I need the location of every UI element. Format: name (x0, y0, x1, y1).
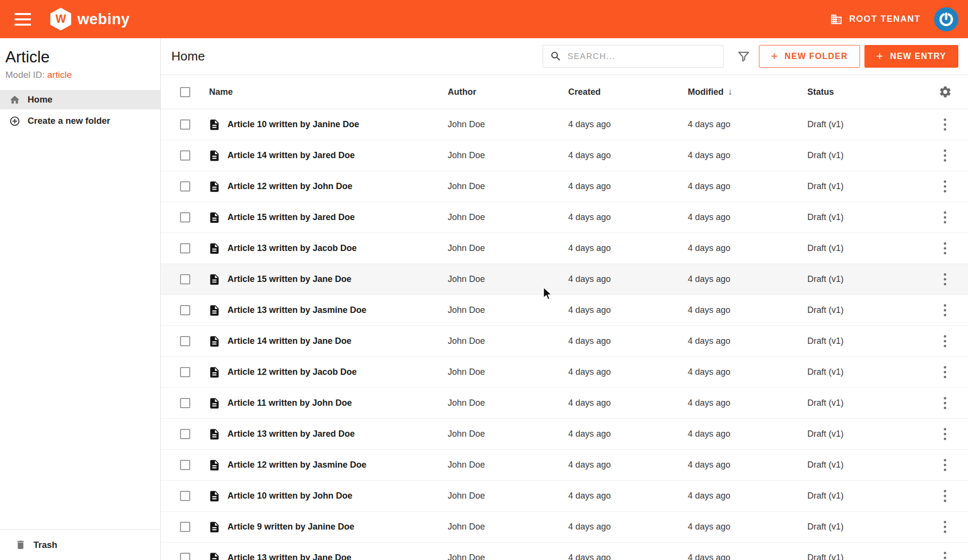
entry-status: Draft (v1) (807, 243, 922, 253)
table-row[interactable]: Article 14 written by Jane Doe John Doe … (161, 326, 968, 357)
row-checkbox[interactable] (180, 491, 190, 501)
entry-name: Article 9 written by Janine Doe (227, 522, 354, 532)
row-checkbox[interactable] (180, 305, 190, 315)
table-row[interactable]: Article 12 written by Jacob Doe John Doe… (161, 357, 968, 388)
tenant-selector[interactable]: ROOT TENANT (830, 13, 921, 26)
entry-modified: 4 days ago (688, 243, 807, 253)
entry-author: John Doe (448, 181, 568, 192)
entry-author: John Doe (448, 460, 568, 470)
row-menu-button[interactable] (941, 147, 949, 164)
new-entry-button[interactable]: + NEW ENTRY (864, 45, 958, 68)
model-id: Model ID: article (5, 70, 160, 80)
current-folder-title: Home (171, 49, 205, 64)
entry-created: 4 days ago (568, 274, 688, 284)
table-row[interactable]: Article 13 written by Jasmine Doe John D… (161, 295, 968, 326)
table-row[interactable]: Article 11 written by John Doe John Doe … (161, 388, 968, 419)
row-menu-button[interactable] (941, 239, 949, 257)
search-input[interactable] (568, 52, 716, 61)
row-checkbox[interactable] (180, 212, 190, 222)
sidebar-item-trash[interactable]: Trash (0, 529, 160, 560)
content-area: Home + NEW FOLDER + NEW ENTRY Name A (161, 38, 968, 560)
entry-created: 4 days ago (568, 119, 688, 130)
table-row[interactable]: Article 12 written by Jasmine Doe John D… (161, 450, 968, 481)
row-menu-button[interactable] (941, 177, 949, 195)
row-menu-button[interactable] (941, 116, 949, 133)
table-row[interactable]: Article 12 written by John Doe John Doe … (161, 171, 968, 202)
sort-desc-icon: ↓ (728, 87, 733, 97)
row-menu-button[interactable] (941, 270, 949, 288)
entry-modified: 4 days ago (688, 367, 807, 377)
entry-author: John Doe (448, 429, 568, 439)
hamburger-menu-icon[interactable] (15, 13, 31, 26)
row-checkbox[interactable] (180, 460, 190, 470)
entry-created: 4 days ago (568, 336, 688, 346)
entry-status: Draft (v1) (807, 460, 922, 470)
column-header-name[interactable]: Name (203, 87, 448, 97)
row-checkbox[interactable] (180, 398, 190, 408)
sidebar-item-create-folder[interactable]: Create a new folder (0, 111, 160, 131)
new-folder-button[interactable]: + NEW FOLDER (759, 45, 860, 68)
table-row[interactable]: Article 14 written by Jared Doe John Doe… (161, 140, 968, 171)
filter-icon[interactable] (737, 50, 750, 63)
row-menu-button[interactable] (941, 208, 949, 226)
row-checkbox[interactable] (180, 553, 190, 560)
row-menu-button[interactable] (941, 549, 949, 560)
column-header-status[interactable]: Status (807, 87, 922, 97)
entry-status: Draft (v1) (807, 491, 922, 501)
document-icon (208, 397, 221, 410)
plus-icon: + (771, 50, 778, 62)
row-menu-button[interactable] (941, 425, 949, 443)
column-header-modified[interactable]: Modified ↓ (688, 87, 807, 97)
row-menu-button[interactable] (941, 487, 949, 505)
table-row[interactable]: Article 13 written by Jane Doe John Doe … (161, 543, 968, 560)
row-checkbox[interactable] (180, 429, 190, 439)
table-row[interactable]: Article 15 written by Jared Doe John Doe… (161, 202, 968, 233)
entry-created: 4 days ago (568, 181, 688, 192)
row-menu-button[interactable] (941, 456, 949, 474)
entry-status: Draft (v1) (807, 336, 922, 346)
row-checkbox[interactable] (180, 336, 190, 346)
select-all-checkbox[interactable] (180, 87, 190, 97)
row-checkbox[interactable] (180, 522, 190, 532)
row-checkbox[interactable] (180, 181, 190, 192)
sidebar-item-home[interactable]: Home (0, 90, 160, 109)
row-menu-button[interactable] (941, 363, 949, 381)
row-checkbox[interactable] (180, 150, 190, 161)
entry-status: Draft (v1) (807, 181, 922, 192)
table-row[interactable]: Article 9 written by Janine Doe John Doe… (161, 512, 968, 543)
row-checkbox[interactable] (180, 367, 190, 377)
row-menu-button[interactable] (941, 394, 949, 412)
table-row[interactable]: Article 15 written by Jane Doe John Doe … (161, 264, 968, 295)
entry-name: Article 13 written by Jane Doe (227, 553, 351, 560)
entry-created: 4 days ago (568, 243, 688, 253)
document-icon (208, 118, 221, 131)
table-row[interactable]: Article 13 written by Jared Doe John Doe… (161, 419, 968, 450)
document-icon (208, 366, 221, 379)
document-icon (208, 242, 221, 255)
entry-created: 4 days ago (568, 460, 688, 470)
row-checkbox[interactable] (180, 274, 190, 284)
table-row[interactable]: Article 13 written by Jacob Doe John Doe… (161, 233, 968, 264)
row-menu-button[interactable] (941, 332, 949, 350)
webiny-logo-text: webiny (77, 11, 130, 28)
row-menu-button[interactable] (941, 518, 949, 536)
table-settings-gear-icon[interactable] (938, 85, 952, 99)
model-id-value: article (47, 70, 72, 80)
document-icon (208, 459, 221, 472)
user-avatar[interactable] (934, 7, 958, 31)
row-menu-button[interactable] (941, 301, 949, 319)
new-folder-label: NEW FOLDER (785, 51, 848, 61)
entry-modified: 4 days ago (688, 460, 807, 470)
document-icon (208, 335, 221, 348)
webiny-logo-icon: W (50, 8, 71, 30)
column-header-author[interactable]: Author (448, 87, 568, 97)
entry-modified: 4 days ago (688, 429, 807, 439)
column-header-created[interactable]: Created (568, 87, 688, 97)
trash-label: Trash (33, 540, 57, 550)
entry-status: Draft (v1) (807, 119, 922, 130)
table-row[interactable]: Article 10 written by John Doe John Doe … (161, 481, 968, 512)
table-row[interactable]: Article 10 written by Janine Doe John Do… (161, 109, 968, 140)
row-checkbox[interactable] (180, 243, 190, 253)
row-checkbox[interactable] (180, 119, 190, 130)
entry-modified: 4 days ago (688, 274, 807, 284)
